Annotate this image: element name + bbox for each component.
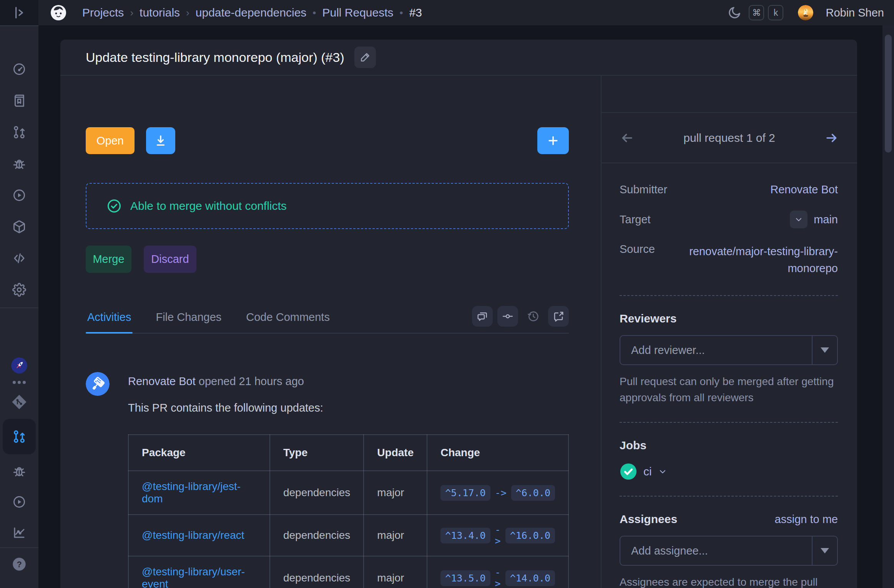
help-icon[interactable]: ?	[12, 556, 27, 572]
type-cell: dependencies	[270, 471, 364, 515]
caret-down-icon	[821, 548, 829, 553]
jobs-heading: Jobs	[620, 439, 838, 452]
source-branch-link[interactable]: renovate/major-testing-library-monorepo	[669, 243, 838, 277]
change-arrow: ->	[495, 524, 501, 546]
merge-button[interactable]: Merge	[86, 246, 131, 273]
source-label: Source	[620, 243, 655, 256]
pr-side-panel: pull request 1 of 2 Submitter Renovate B…	[601, 76, 857, 588]
scrollbar-thumb[interactable]	[885, 35, 892, 153]
job-success-check-icon	[620, 463, 637, 480]
type-cell: dependencies	[270, 515, 364, 556]
dashboard-icon[interactable]	[12, 62, 26, 76]
project-builds-play-icon[interactable]	[12, 495, 26, 509]
pull-requests-active-icon	[12, 430, 26, 443]
version-to: ^14.0.0	[505, 570, 555, 586]
user-avatar[interactable]	[798, 5, 813, 20]
package-link[interactable]: @testing-library/jest-dom	[142, 480, 241, 505]
show-comments-button[interactable]	[472, 306, 493, 327]
pull-requests-icon[interactable]	[12, 125, 26, 139]
sidebar-item-pull-requests-active[interactable]	[3, 419, 36, 454]
pencil-icon	[359, 51, 371, 63]
add-reviewer-placeholder: Add reviewer...	[620, 336, 812, 364]
user-name[interactable]: Robin Shen	[826, 7, 884, 19]
version-to: ^16.0.0	[505, 528, 555, 543]
assign-to-me-link[interactable]: assign to me	[775, 513, 838, 526]
discard-button[interactable]: Discard	[144, 246, 196, 273]
app-logo-icon[interactable]	[50, 4, 67, 21]
theme-toggle-moon-icon[interactable]	[727, 5, 742, 20]
breadcrumb-repo[interactable]: update-dependencies	[196, 6, 307, 19]
table-header-row: Package Type Update Change	[128, 435, 568, 471]
project-issues-bug-icon[interactable]	[12, 464, 26, 478]
activity-item: Renovate Bot opened 21 hours ago This PR…	[86, 372, 569, 588]
col-header-change: Change	[427, 435, 568, 471]
shortcut-cmd-key[interactable]: ⌘	[749, 5, 764, 20]
settings-gear-icon[interactable]	[12, 283, 26, 297]
breadcrumb-project[interactable]: tutorials	[140, 6, 180, 19]
merge-status-text: Able to merge without conflicts	[130, 199, 287, 213]
submitter-label: Submitter	[620, 183, 667, 196]
update-cell: major	[364, 471, 427, 515]
activity-author-link[interactable]: Renovate Bot	[128, 375, 196, 387]
git-icon[interactable]	[12, 394, 27, 410]
tab-code-comments[interactable]: Code Comments	[244, 311, 331, 333]
tab-file-changes[interactable]: File Changes	[154, 311, 223, 333]
job-chevron-down-icon[interactable]	[658, 467, 667, 476]
reviewers-help-text: Pull request can only be merged after ge…	[620, 374, 838, 406]
project-avatar-rocket[interactable]	[11, 357, 27, 374]
change-cell: ^13.4.0->^16.0.0	[440, 524, 555, 546]
issues-bug-icon[interactable]	[12, 157, 26, 171]
breadcrumb-separator: •	[312, 7, 316, 19]
add-reviewer-select[interactable]: Add reviewer...	[620, 335, 838, 365]
updates-table: Package Type Update Change @testing-libr…	[128, 434, 569, 588]
stats-chart-icon[interactable]	[12, 526, 26, 540]
renovate-avatar-image	[86, 372, 110, 396]
package-link[interactable]: @testing-library/react	[142, 529, 244, 541]
target-branch-link[interactable]: main	[814, 213, 838, 226]
code-icon[interactable]	[12, 251, 26, 265]
select-caret	[812, 336, 837, 364]
table-row: @testing-library/react dependencies majo…	[128, 515, 568, 556]
more-ellipsis-icon[interactable]	[12, 380, 26, 384]
add-assignee-select[interactable]: Add assignee...	[620, 536, 838, 566]
plus-icon	[547, 134, 560, 147]
open-comment-external-button[interactable]	[548, 306, 569, 327]
change-arrow: ->	[495, 567, 501, 588]
download-patch-button[interactable]	[146, 127, 175, 154]
header-bar: Projects › tutorials › update-dependenci…	[38, 0, 894, 25]
tab-activities[interactable]: Activities	[86, 311, 133, 333]
version-from: ^13.5.0	[440, 570, 490, 586]
change-arrow: ->	[495, 487, 507, 498]
job-ci-link[interactable]: ci	[643, 465, 652, 478]
shortcut-k-key[interactable]: k	[768, 5, 783, 20]
builds-play-icon[interactable]	[12, 188, 26, 202]
renovate-bot-avatar[interactable]	[86, 372, 110, 396]
packages-icon[interactable]	[12, 220, 26, 234]
add-assignee-placeholder: Add assignee...	[620, 537, 812, 565]
panel-divider	[620, 295, 838, 296]
page-title: Update testing-library monorepo (major) …	[86, 50, 344, 65]
top-header: Projects › tutorials › update-dependenci…	[0, 0, 894, 25]
add-comment-button[interactable]	[537, 127, 569, 154]
sidebar-expand-button[interactable]	[0, 0, 38, 25]
breadcrumb-pull-requests[interactable]: Pull Requests	[322, 6, 393, 19]
breadcrumb-projects[interactable]: Projects	[82, 6, 124, 19]
version-from: ^5.17.0	[440, 485, 490, 501]
next-pr-arrow-icon[interactable]	[825, 131, 839, 145]
activity-meta: opened 21 hours ago	[196, 375, 304, 387]
sidebar-expand-icon	[12, 5, 27, 20]
prev-pr-arrow-icon[interactable]	[620, 131, 634, 145]
type-cell: dependencies	[270, 556, 364, 588]
docs-book-icon[interactable]	[12, 94, 26, 108]
left-sidebar: ?	[0, 25, 38, 588]
target-branch-dropdown-button[interactable]	[790, 211, 808, 228]
col-header-package: Package	[128, 435, 270, 471]
edit-title-button[interactable]	[354, 47, 376, 68]
version-from: ^13.4.0	[440, 528, 490, 543]
show-commits-button[interactable]	[497, 306, 518, 327]
col-header-type: Type	[270, 435, 364, 471]
breadcrumb-pr-number: #3	[409, 6, 422, 19]
package-link[interactable]: @testing-library/user-event	[142, 566, 245, 588]
submitter-value[interactable]: Renovate Bot	[770, 183, 838, 196]
history-button[interactable]	[523, 306, 543, 327]
